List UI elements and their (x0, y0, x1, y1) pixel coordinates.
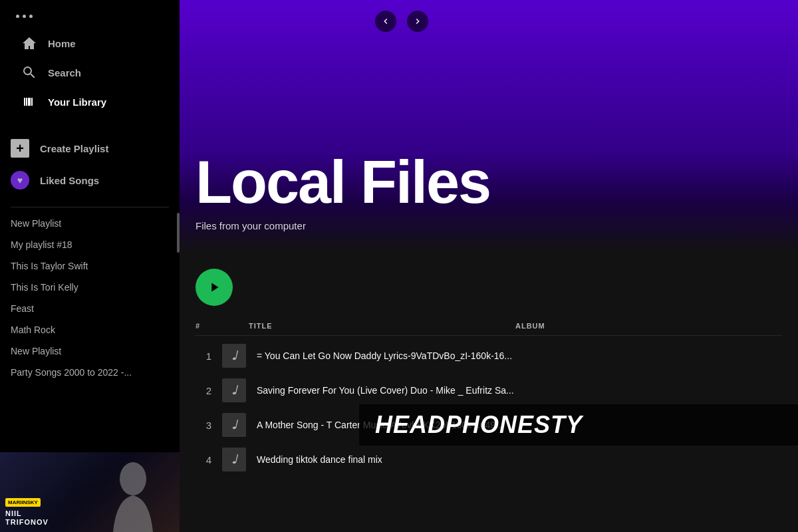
sidebar: Home Search Your Library (0, 0, 180, 532)
create-playlist-button[interactable]: + Create Playlist (11, 132, 169, 164)
track-title: Wedding tiktok dance final mix (257, 454, 507, 465)
track-number: 2 (196, 385, 222, 396)
main-header (359, 0, 444, 43)
playlist-item[interactable]: Feast (11, 298, 169, 319)
track-info: Saving Forever For You (Live Cover) Duo … (249, 385, 522, 396)
playlist-item[interactable]: Math Rock (11, 319, 169, 340)
track-list-section: # TITLE ALBUM 1 ♩ = You Can Let Go Now D… (180, 317, 798, 477)
library-icon (21, 94, 37, 110)
playlist-item[interactable]: New Playlist (11, 340, 169, 362)
track-title: = You Can Let Go Now Daddy Lyrics-9VaTDv… (257, 350, 512, 361)
back-button[interactable] (375, 11, 396, 32)
svg-point-0 (120, 462, 146, 495)
create-playlist-label: Create Playlist (40, 143, 108, 154)
search-icon (21, 65, 37, 80)
play-button[interactable] (196, 269, 233, 306)
hero-subtitle: Files from your computer (196, 220, 782, 231)
home-icon (21, 35, 37, 51)
liked-songs-button[interactable]: ♥ Liked Songs (11, 164, 169, 196)
track-thumbnail: ♩ (222, 344, 246, 368)
track-row[interactable]: 2 ♩ Saving Forever For You (Live Cover) … (196, 373, 782, 408)
playlist-item[interactable]: Party Songs 2000 to 2022 -... (11, 362, 169, 383)
nav-search-label: Search (48, 67, 81, 78)
page-title: Local Files (196, 152, 782, 212)
heart-icon: ♥ (11, 171, 29, 190)
controls-section (180, 253, 798, 317)
track-list-header: # TITLE ALBUM (196, 317, 782, 336)
hero-section: Local Files Files from your computer (180, 0, 798, 253)
album-artist-name: NIIL TRIFONOV (5, 509, 174, 527)
sidebar-actions: + Create Playlist ♥ Liked Songs (0, 122, 180, 201)
track-title: Saving Forever For You (Live Cover) Duo … (257, 385, 514, 396)
sidebar-dots (11, 11, 169, 29)
col-title: TITLE (249, 322, 515, 330)
headphonesty-text: HEADPHONESTY (375, 411, 583, 439)
headphonesty-overlay: HEADPHONESTY (359, 404, 798, 446)
dot-2 (23, 15, 26, 18)
playlist-list: New Playlist My playlist #18 This Is Tay… (0, 213, 180, 452)
track-number: 3 (196, 420, 222, 431)
nav-search[interactable]: Search (11, 58, 169, 87)
track-info: = You Can Let Go Now Daddy Lyrics-9VaTDv… (249, 350, 520, 361)
col-album: ALBUM (515, 322, 782, 330)
album-art-text: MARIINSKY NIIL TRIFONOV (5, 495, 174, 527)
dot-1 (16, 15, 19, 18)
dot-3 (29, 15, 33, 18)
playlist-item[interactable]: My playlist #18 (11, 234, 169, 255)
track-row[interactable]: 4 ♩ Wedding tiktok dance final mix (196, 442, 782, 477)
main-scroll[interactable]: Local Files Files from your computer # T… (180, 0, 798, 532)
playlist-item[interactable]: This Is Taylor Swift (11, 255, 169, 277)
track-thumbnail: ♩ (222, 413, 246, 437)
track-thumbnail: ♩ (222, 448, 246, 471)
nav-home-label: Home (48, 38, 76, 49)
sidebar-album-art: MARIINSKY NIIL TRIFONOV (0, 452, 180, 532)
mariinsky-badge: MARIINSKY (5, 498, 41, 507)
nav-library[interactable]: Your Library (11, 87, 169, 116)
track-row[interactable]: 1 ♩ = You Can Let Go Now Daddy Lyrics-9V… (196, 338, 782, 373)
nav-library-label: Your Library (48, 96, 106, 108)
playlist-item[interactable]: This Is Tori Kelly (11, 277, 169, 298)
liked-songs-label: Liked Songs (40, 175, 99, 186)
plus-icon: + (11, 139, 29, 158)
track-number: 4 (196, 454, 222, 466)
col-num: # (196, 322, 222, 330)
col-icon (222, 322, 249, 330)
nav-home[interactable]: Home (11, 29, 169, 58)
playlist-item[interactable]: New Playlist (11, 213, 169, 234)
track-number: 1 (196, 350, 222, 362)
main-content: Local Files Files from your computer # T… (180, 0, 798, 532)
track-info: Wedding tiktok dance final mix (249, 454, 515, 465)
track-thumbnail: ♩ (222, 378, 246, 402)
sidebar-divider (11, 207, 169, 207)
forward-button[interactable] (407, 11, 428, 32)
